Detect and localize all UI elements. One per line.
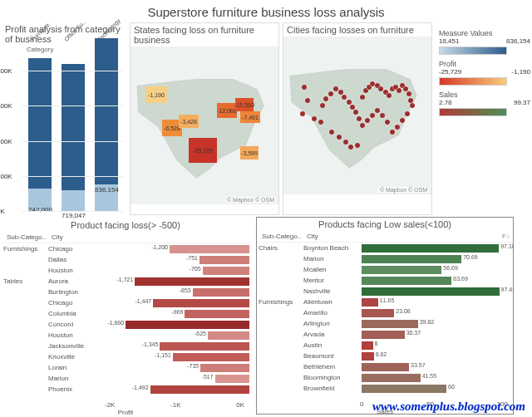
legend-profit-gradient [439, 77, 507, 86]
city-dot[interactable] [395, 125, 400, 130]
table-row[interactable]: ChairsBoynton Beach97.18 [257, 243, 513, 253]
table-row[interactable]: Lorain-735 [2, 362, 249, 373]
city-dot[interactable] [380, 113, 385, 118]
panel-states-loss[interactable]: States facing loss on furniture business… [130, 22, 279, 215]
table-row[interactable]: Dallas-751 [2, 254, 249, 265]
city-dot[interactable] [329, 130, 334, 135]
table-row[interactable]: Jacksonville-1,345 [2, 341, 249, 351]
city-dot[interactable] [318, 120, 323, 125]
panel4-body[interactable]: FurnishingsChicago-1,200Dallas-751Housto… [2, 243, 249, 401]
legend-sales-gradient [439, 108, 507, 116]
legend-panel: Measure Values 18,451836,154 Profit -25,… [434, 21, 530, 118]
city-dot[interactable] [357, 116, 362, 121]
city-dot[interactable] [353, 110, 358, 115]
state-florida[interactable]: -3,599 [240, 146, 259, 159]
city-dot[interactable] [347, 100, 352, 105]
legend-measure-min: 18,451 [439, 37, 459, 45]
table-row[interactable]: Bloomington41.55 [257, 372, 513, 383]
panel4-col-city[interactable]: City [50, 233, 110, 241]
table-row[interactable]: Houston-625 [2, 330, 249, 341]
sort-icon[interactable]: F↓ [365, 233, 510, 240]
city-dot[interactable] [348, 145, 353, 150]
city-dot[interactable] [410, 103, 415, 108]
table-row[interactable]: Brownfield60 [257, 383, 513, 394]
city-dot[interactable] [370, 113, 375, 118]
table-row[interactable]: Beaumont8.62 [257, 351, 513, 361]
table-row[interactable]: Burlington-853 [2, 287, 249, 297]
table-row[interactable]: Knoxville-1,151 [2, 351, 249, 362]
city-cell: Nashville [302, 287, 362, 295]
map2-attrib: © Mapbox © OSM [378, 187, 429, 193]
legend-profit-max: -1,190 [511, 68, 530, 76]
table-row[interactable]: Arlington39.82 [257, 318, 513, 329]
city-dot[interactable] [338, 90, 343, 95]
city-dot[interactable] [365, 118, 370, 123]
table-row[interactable]: Bethlehem33.57 [257, 361, 513, 372]
city-dot[interactable] [312, 116, 317, 121]
table-row[interactable]: Marion-517 [2, 373, 249, 384]
panel5-col-subcat[interactable]: Sub-Catego.. [260, 233, 305, 240]
table-row[interactable]: Nashville97.42 [257, 286, 513, 297]
city-cell: Dallas [47, 256, 106, 263]
city-dot[interactable] [350, 105, 355, 110]
city-dot[interactable] [333, 86, 338, 91]
city-dot[interactable] [300, 111, 305, 116]
table-row[interactable]: Houston-705 [2, 265, 249, 276]
state-ohio[interactable]: -15,560 [235, 98, 254, 111]
table-row[interactable]: Concord-1,860 [2, 319, 249, 330]
table-row[interactable]: Mentor63.69 [257, 275, 513, 286]
city-dot[interactable] [406, 91, 411, 96]
city-cell: Aurora [47, 277, 106, 285]
table-row[interactable]: Mcallen56.69 [257, 264, 513, 275]
city-dot[interactable] [403, 86, 408, 91]
table-row[interactable]: FurnishingsAllentown11.65 [257, 297, 513, 307]
legend-sales-title: Sales [439, 91, 530, 99]
states-map[interactable]: © Mapbox © OSM -1,190-6,528-3,428-25,729… [131, 47, 278, 204]
city-dot[interactable] [320, 103, 325, 108]
city-dot[interactable] [305, 98, 310, 103]
table-row[interactable]: Amarillo23.08 [257, 307, 513, 318]
city-dot[interactable] [302, 85, 307, 90]
city-dot[interactable] [360, 95, 365, 100]
table-row[interactable]: Columbia-969 [2, 308, 249, 319]
state-pennsylvania[interactable]: -7,491 [240, 111, 260, 123]
table-row[interactable]: Arvada30.37 [257, 329, 513, 340]
city-cell: Chicago [47, 299, 106, 307]
city-dot[interactable] [360, 123, 365, 128]
state-texas[interactable]: -25,729 [189, 138, 217, 163]
city-dot[interactable] [337, 135, 342, 140]
watermark: www.somenplus.blogspot.com [372, 400, 525, 414]
panel4-col-subcat[interactable]: Sub-Catego.. [5, 233, 50, 241]
state-oregon[interactable]: -1,190 [145, 86, 167, 103]
table-row[interactable]: Chicago-1,447 [2, 297, 249, 308]
panel5-body[interactable]: ChairsBoynton Beach97.18Marion70.69Mcall… [257, 243, 513, 400]
city-dot[interactable] [378, 86, 383, 91]
city-dot[interactable] [400, 118, 405, 123]
cities-map[interactable]: © Mapbox © OSM [283, 37, 431, 194]
city-cell: Phoenix [47, 385, 106, 393]
table-row[interactable]: FurnishingsChicago-1,200 [2, 243, 249, 254]
city-dot[interactable] [405, 111, 410, 116]
panel-cities-loss[interactable]: Cities facing losses on furniture © Mapb… [283, 22, 432, 215]
city-dot[interactable] [385, 120, 390, 125]
panel-product-loss: Product facing loss(> -500) Sub-Catego..… [2, 218, 249, 415]
xtick: -1K [170, 401, 180, 409]
city-dot[interactable] [397, 88, 401, 93]
panel5-col-city[interactable]: City [305, 233, 365, 240]
map1-attrib: © Mapbox © OSM [225, 197, 276, 203]
city-dot[interactable] [323, 96, 328, 101]
table-row[interactable]: Phoenix-1,492 [2, 384, 249, 395]
xtick: 0 [360, 400, 363, 408]
city-cell: Arlington [302, 320, 362, 327]
table-row[interactable]: Marion70.69 [257, 253, 513, 264]
city-dot[interactable] [342, 95, 347, 100]
city-dot[interactable] [390, 130, 395, 135]
city-dot[interactable] [355, 143, 360, 148]
city-dot[interactable] [328, 91, 333, 96]
city-dot[interactable] [387, 93, 392, 98]
city-dot[interactable] [375, 108, 380, 113]
table-row[interactable]: Austin8 [257, 340, 513, 351]
state-colorado[interactable]: -3,428 [179, 115, 199, 128]
table-row[interactable]: TablesAurora-1,721 [2, 276, 249, 287]
city-dot[interactable] [343, 140, 348, 145]
